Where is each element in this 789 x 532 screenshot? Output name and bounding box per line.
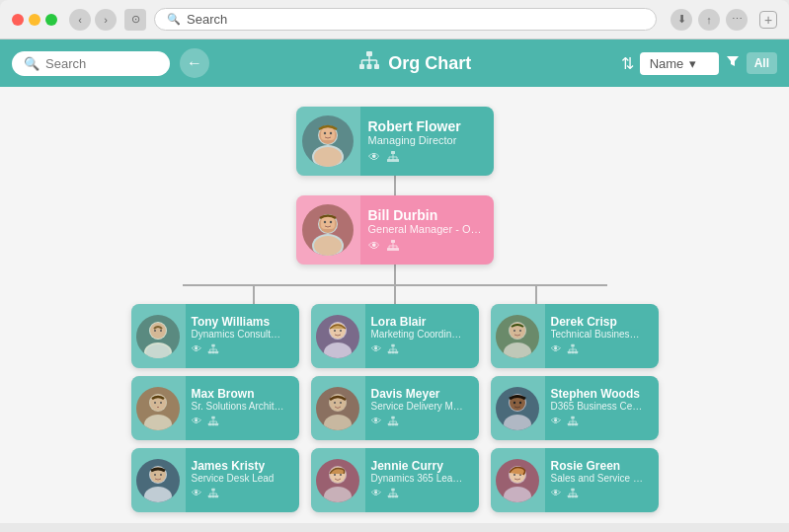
svg-rect-66 [207,423,210,426]
svg-rect-37 [395,248,399,251]
svg-rect-128 [394,495,397,498]
header-title: Org Chart [219,50,611,77]
node-actions: 👁 [551,416,645,430]
avatar-davis-meyer [311,376,365,440]
maximize-button[interactable] [45,14,57,26]
svg-rect-20 [395,159,399,162]
level2-col-2: Derek Crisp Technical Business Ana... 👁 [491,304,659,512]
svg-point-31 [324,221,326,223]
svg-rect-95 [391,344,394,347]
svg-rect-143 [574,351,577,354]
view-icon[interactable]: 👁 [368,239,380,256]
hierarchy-icon[interactable] [387,343,399,358]
view-icon[interactable]: 👁 [551,488,561,502]
filter-button[interactable] [725,53,741,73]
svg-rect-112 [391,423,394,426]
view-icon[interactable]: 👁 [192,343,201,358]
node-tony-williams[interactable]: Tony Williams Dynamics Consultant ... 👁 [131,304,299,368]
view-icon[interactable]: 👁 [551,416,561,430]
node-actions: 👁 [371,343,465,358]
node-actions: 👁 [368,239,482,256]
node-info-james-kristy: James Kristy Service Desk Lead 👁 [186,453,282,507]
node-name: Rosie Green [551,459,645,473]
view-icon[interactable]: 👁 [192,416,201,430]
svg-rect-170 [571,489,574,492]
hierarchy-icon[interactable] [387,416,399,430]
more-button[interactable]: ⋯ [726,9,748,31]
browser-actions: ⬇ ↑ ⋯ [671,9,748,31]
search-input[interactable] [45,56,164,71]
download-button[interactable]: ⬇ [671,9,692,31]
svg-point-153 [513,401,515,403]
hierarchy-icon[interactable] [386,150,400,167]
level2-row: Tony Williams Dynamics Consultant ... 👁 [131,304,659,512]
view-icon[interactable]: 👁 [371,488,381,502]
svg-rect-97 [391,351,394,354]
node-title: Dynamics Consultant ... [192,329,285,340]
svg-point-79 [160,474,162,476]
node-title: General Manager - Opera... [368,223,482,235]
hierarchy-icon[interactable] [207,416,219,430]
node-davis-meyer[interactable]: Davis Meyer Service Delivery Manag... 👁 [311,376,479,440]
app-header: 🔍 ← Org Chart ⇅ [0,39,789,87]
view-icon[interactable]: 👁 [551,343,561,358]
node-james-kristy[interactable]: James Kristy Service Desk Lead 👁 [131,448,299,512]
hierarchy-icon[interactable] [207,488,219,502]
sort-button[interactable]: ⇅ [621,54,634,73]
avatar-stephen-woods [491,376,545,440]
hierarchy-icon[interactable] [207,343,219,358]
view-icon[interactable]: 👁 [371,416,381,430]
svg-rect-81 [207,495,210,498]
hierarchy-icon[interactable] [386,239,400,256]
close-button[interactable] [12,14,24,26]
name-dropdown[interactable]: Name ▾ [640,52,719,75]
avatar-circle [316,459,359,502]
svg-rect-46 [152,330,164,337]
svg-rect-140 [571,344,574,347]
svg-point-48 [160,330,162,332]
svg-rect-68 [214,423,217,426]
hierarchy-icon[interactable] [567,416,579,430]
forward-nav-button[interactable]: › [95,9,117,31]
node-robert-flower[interactable]: Robert Flower Managing Director 👁 [296,107,494,176]
hierarchy-icon[interactable] [567,488,579,502]
svg-rect-110 [391,417,394,419]
new-tab-button[interactable]: + [759,11,777,29]
minimize-button[interactable] [29,14,40,26]
svg-rect-127 [391,495,394,498]
svg-point-120 [324,487,352,502]
node-actions: 👁 [371,416,465,430]
hierarchy-icon[interactable] [387,488,399,502]
traffic-lights [12,14,57,26]
back-button[interactable]: ← [180,48,209,78]
svg-rect-172 [571,495,574,498]
view-icon[interactable]: 👁 [192,488,201,502]
address-bar[interactable]: 🔍 Search [154,8,657,31]
svg-point-94 [340,330,342,332]
node-jennie-curry[interactable]: Jennie Curry Dynamics 365 Lead Te... 👁 [311,448,479,512]
share-button[interactable]: ↑ [698,9,720,31]
node-title: Service Delivery Manag... [371,401,465,412]
home-button[interactable]: ⊙ [124,9,146,31]
node-title: Marketing Coordinator [371,329,465,340]
node-stephen-woods[interactable]: Stephen Woods D365 Business Central/... … [491,376,659,440]
back-nav-button[interactable]: ‹ [69,9,91,31]
svg-point-75 [144,487,172,502]
svg-rect-67 [211,423,214,426]
node-max-brown[interactable]: Max Brown Sr. Solutions Architect ... 👁 [131,376,299,440]
hierarchy-icon[interactable] [567,343,579,358]
search-box[interactable]: 🔍 [12,51,170,76]
node-rosie-green[interactable]: Rosie Green Sales and Service Coor... 👁 [491,448,659,512]
node-bill-durbin[interactable]: Bill Durbin General Manager - Opera... 👁 [296,195,494,265]
svg-point-165 [504,487,531,502]
avatar-rosie-green [491,448,545,512]
svg-rect-158 [574,423,577,426]
node-lora-blair[interactable]: Lora Blair Marketing Coordinator 👁 [311,304,479,368]
node-derek-crisp[interactable]: Derek Crisp Technical Business Ana... 👁 [491,304,659,368]
node-info-derek-crisp: Derek Crisp Technical Business Ana... 👁 [545,309,653,363]
all-filter-button[interactable]: All [747,52,777,74]
svg-rect-126 [387,495,390,498]
svg-rect-0 [366,51,372,56]
view-icon[interactable]: 👁 [371,343,381,358]
view-icon[interactable]: 👁 [368,150,380,167]
